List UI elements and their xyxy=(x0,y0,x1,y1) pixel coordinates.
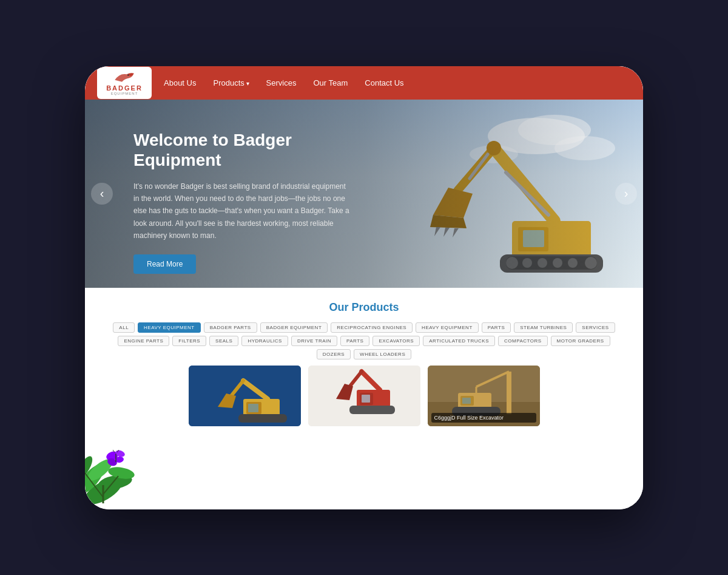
nav-link-services[interactable]: Services xyxy=(266,78,297,87)
filter-engine-parts[interactable]: ENGINE PARTS xyxy=(118,336,169,346)
logo-text: BADGER xyxy=(106,84,143,92)
filter-badger-equipment[interactable]: BADGER EQUIPMENT xyxy=(260,322,328,333)
device-inner: BADGER EQUIPMENT About Us Products Servi… xyxy=(85,66,643,509)
svg-point-54 xyxy=(115,449,126,458)
product-cards-container: C6gggjD Full Size Excavator xyxy=(103,366,625,426)
svg-line-51 xyxy=(85,473,103,497)
filter-dozers[interactable]: DOZERS xyxy=(317,349,351,359)
logo-dolphin-icon xyxy=(112,70,136,84)
filter-reciprocating-engines[interactable]: RECIPROCATING ENGINES xyxy=(331,322,413,333)
nav-item-contact[interactable]: Contact Us xyxy=(365,77,403,88)
svg-point-53 xyxy=(105,450,120,462)
svg-point-0 xyxy=(127,74,129,75)
filter-parts[interactable]: PARTS xyxy=(482,322,511,333)
card-3-label: C6gggjD Full Size Excavator xyxy=(431,413,536,423)
hero-content: Welcome to Badger Equipment It's no wond… xyxy=(85,100,400,288)
nav-link-about[interactable]: About Us xyxy=(164,78,196,87)
slider-next-button[interactable]: › xyxy=(615,183,637,205)
hero-section: ‹ Welcome to Badger Equipment It's no wo… xyxy=(85,100,643,288)
svg-line-58 xyxy=(113,450,115,452)
hero-description: It's no wonder Badger is best selling br… xyxy=(133,180,352,242)
nav-link-our-team[interactable]: Our Team xyxy=(313,78,348,87)
slider-prev-button[interactable]: ‹ xyxy=(91,183,113,205)
svg-rect-31 xyxy=(362,395,370,403)
filter-motor-graders[interactable]: MOTOR GRADERS xyxy=(551,336,610,346)
svg-rect-25 xyxy=(238,414,287,423)
logo-area: BADGER EQUIPMENT xyxy=(97,67,152,99)
nav-links: About Us Products Services Our Team Cont… xyxy=(164,77,404,88)
svg-point-55 xyxy=(106,457,118,467)
filter-steam-turbines[interactable]: STEAM TURBINES xyxy=(514,322,573,333)
svg-line-59 xyxy=(117,450,119,452)
filter-hydraulics[interactable]: HYDRAULICS xyxy=(241,336,288,346)
filter-articulated-trucks[interactable]: ARTICULATED TRUCKS xyxy=(423,336,495,346)
filter-seals[interactable]: SEALS xyxy=(209,336,238,346)
svg-point-49 xyxy=(85,454,95,480)
filter-heavy-equipment[interactable]: HEAVY EQUIPMENT xyxy=(138,322,201,333)
navbar: BADGER EQUIPMENT About Us Products Servi… xyxy=(85,66,643,100)
nav-link-contact[interactable]: Contact Us xyxy=(365,78,403,87)
nav-link-products[interactable]: Products xyxy=(213,78,249,87)
filter-parts-2[interactable]: PARTS xyxy=(340,336,369,346)
svg-point-44 xyxy=(85,472,126,509)
svg-point-47 xyxy=(85,455,116,484)
device-frame: BADGER EQUIPMENT About Us Products Servi… xyxy=(85,66,643,509)
filter-drive-train[interactable]: DRIVE TRAIN xyxy=(291,336,337,346)
svg-point-46 xyxy=(98,472,133,491)
filter-all[interactable]: ALL xyxy=(113,322,135,333)
svg-point-45 xyxy=(85,460,108,497)
hero-title: Welcome to Badger Equipment xyxy=(133,130,352,171)
svg-line-52 xyxy=(103,476,118,494)
products-title: Our Products xyxy=(103,301,625,314)
nav-item-our-team[interactable]: Our Team xyxy=(313,77,348,88)
product-card-3[interactable]: C6gggjD Full Size Excavator xyxy=(428,366,540,426)
svg-rect-24 xyxy=(248,404,258,412)
nav-item-about[interactable]: About Us xyxy=(164,77,196,88)
filter-services[interactable]: SERVICES xyxy=(576,322,615,333)
filter-excavators[interactable]: EXCAVATORS xyxy=(372,336,420,346)
filter-badger-parts[interactable]: BADGER PARTS xyxy=(204,322,257,333)
svg-rect-37 xyxy=(507,372,511,414)
product-card-1[interactable] xyxy=(189,366,301,426)
read-more-button[interactable]: Read More xyxy=(133,254,196,274)
svg-point-56 xyxy=(115,455,124,463)
svg-rect-32 xyxy=(349,406,395,414)
logo-sub: EQUIPMENT xyxy=(111,92,138,95)
svg-rect-42 xyxy=(462,398,471,404)
filter-compactors[interactable]: COMPACTORS xyxy=(498,336,548,346)
filter-tags-container: ALL HEAVY EQUIPMENT BADGER PARTS BADGER … xyxy=(103,322,625,359)
products-section: Our Products ALL HEAVY EQUIPMENT BADGER … xyxy=(85,288,643,432)
nav-item-services[interactable]: Services xyxy=(266,77,297,88)
filter-filters[interactable]: FILTERS xyxy=(172,336,206,346)
svg-point-48 xyxy=(107,465,135,480)
product-card-2[interactable] xyxy=(308,366,420,426)
filter-heavy-equipment-2[interactable]: HEAVY EQUIPMENT xyxy=(416,322,479,333)
nav-item-products[interactable]: Products xyxy=(213,77,249,88)
filter-wheel-loaders[interactable]: WHEEL LOADERS xyxy=(354,349,411,359)
